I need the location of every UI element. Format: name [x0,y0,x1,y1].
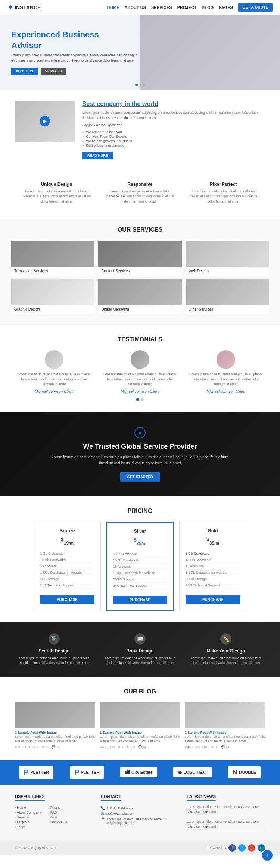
nav-pages[interactable]: PAGES [219,5,233,10]
blog-title: OUR BLOG [15,688,265,695]
point-1: We are here to help you [82,130,265,134]
blog-views-3: 👁 88 [211,745,218,749]
trust-title: We Trusted Global Service Provider [11,443,269,451]
blog-views-1: 👁 23 [41,745,49,749]
silver-features: 1 Gb Diskspace 10 Gb Bandwidth 15 Accoun… [113,551,167,589]
link-blog[interactable]: Blog [49,815,67,819]
about-us-button[interactable]: ABOUT US [11,68,38,75]
phone-icon: 📞 [101,806,105,810]
logo[interactable]: ✦ INSTANCE [7,3,41,12]
copyright: © 2016 All Rights Reserved [15,846,56,850]
blog-tag-1: 1 Sample Post With Image [15,731,95,734]
hero-section: Experienced Business Advisor Lorem ipsum… [0,15,280,90]
link-home[interactable]: Home [15,806,41,809]
footer-contact: CONTACT 📞 (+234) 1234 4567 ✉ info@exampl… [101,794,179,834]
feature-responsive: Responsive Lorem ipsum dolor sit amet el… [98,178,181,208]
feature-unique-design: Unique Design Lorem ipsum dolor sit amet… [15,178,98,208]
blog-date-3: MARCH 23, 2016 [185,745,208,749]
service-img-5 [98,279,181,305]
testimonials-grid: Lorem ipsum dolor sit amet elitum nulla … [15,350,265,394]
features-section: Unique Design Lorem ipsum dolor sit amet… [0,170,280,219]
avatar-2 [131,350,149,369]
news-item-1: Lorem ipsum dolor sit amet elitum nulla … [187,805,265,817]
feature-3-text: Lorem ipsum dolor sit amet elitum nulla … [189,189,258,204]
testimonial-text-3: Lorem ipsum dolor sit amet elitum nulla … [187,372,265,387]
book-design-text: Lorem ipsum dolor sit amet nulla eu plac… [101,656,179,666]
nav-about[interactable]: ABOUT US [125,5,146,10]
client-double: N DOUBLE [228,766,261,778]
service-webdesign: Web Design [186,241,269,275]
design-make: ✏️ Make Your Design Lorem ipsum dolor si… [187,633,265,666]
read-more-button[interactable]: READ MORE [82,152,113,159]
hero-dot-3[interactable] [143,84,145,86]
get-quote-button[interactable]: GET A QUOTE [238,3,273,12]
client-name-5: DOUBLE [239,770,256,774]
link-pricing[interactable]: Pricing [49,806,67,809]
blog-img-1 [15,702,95,728]
bronze-purchase-button[interactable]: PURCHASE [40,595,94,604]
nav-services[interactable]: SERVICES [151,5,172,10]
pletter2-icon: P [74,768,79,777]
design-book: 📖 Book Design Lorem ipsum dolor sit amet… [101,633,179,666]
services-button[interactable]: SERVICES [41,68,66,75]
about-heading: Best company in the world [82,101,265,107]
social-icons: f t g in [228,844,265,852]
about-image: ▶ [15,101,75,142]
about-text: Best company in the world Lorem ipsum do… [82,101,265,159]
hero-dot-2[interactable] [140,84,141,86]
footer-news: LATEST NEWS Lorem ipsum dolor sit amet e… [187,794,265,834]
hero-dots [135,84,145,86]
nav-blog[interactable]: BLOG [202,5,214,10]
pricing-grid: Bronze $19/m 1 Gb Diskspace 10 Gb Bandwi… [15,522,265,611]
pricing-bronze: Bronze $19/m 1 Gb Diskspace 10 Gb Bandwi… [34,522,101,611]
nav-home[interactable]: HOME [107,5,119,10]
link-contact[interactable]: Contact Us [49,820,67,824]
feature-3-title: Pixel Perfect [189,182,258,187]
double-icon: N [233,768,237,776]
service-label-3: Web Design [186,267,269,275]
twitter-icon[interactable]: t [238,844,246,852]
service-img-3 [186,241,269,267]
hero-dot-1[interactable] [135,84,138,86]
testimonial-text-2: Lorem ipsum dolor sit amet elitum nulla … [101,372,179,387]
blog-text-3: Lorem ipsum dolor sit amet elitum nulla … [185,734,265,744]
pletter1-icon: P [24,768,29,777]
hero-subtitle: Lorem ipsum dolor sit amet consectetur a… [11,53,143,63]
make-design-title: Make Your Design [187,648,265,654]
silver-price: $29/m [113,537,167,547]
silver-purchase-button[interactable]: PURCHASE [113,596,167,604]
play-button[interactable]: ▶ [40,116,50,126]
get-started-button[interactable]: GET STARTED [120,472,160,482]
useful-links-list-1: Home About Company Services Projects Tea… [15,805,41,830]
nav-project[interactable]: PROJECT [177,5,196,10]
link-projects[interactable]: Projects [15,820,41,824]
powered-by-text: Powered by [208,846,226,850]
footer-useful-links: USEFUL LINKS Home About Company Services… [15,794,93,834]
link-faq[interactable]: FAQ [49,811,67,814]
useful-links-list-2: Pricing FAQ Blog Contact Us [49,805,67,830]
client-name-3: City Estate [131,770,153,774]
link-team[interactable]: Team [15,825,41,829]
t-dot-2[interactable] [141,398,144,401]
search-design-icon: 🔍 [49,633,60,645]
link-services[interactable]: Services [15,815,41,819]
testimonial-name-1: Michael Johnson Client [15,389,93,394]
service-label-2: Content Services [98,267,181,275]
link-about[interactable]: About Company [15,811,41,814]
pricing-silver: Silver $29/m 1 Gb Diskspace 10 Gb Bandwi… [106,522,174,611]
client-name-4: LOGO TEXT [183,770,207,774]
blog-section: OUR BLOG 1 Sample Post With Image Lorem … [0,677,280,760]
blog-post-1: 1 Sample Post With Image Lorem ipsum dol… [15,702,95,749]
t-dot-1[interactable] [136,398,139,401]
google-plus-icon[interactable]: g [248,844,255,852]
testimonial-text-1: Lorem ipsum dolor sit amet elitum nulla … [15,372,93,387]
feature-2-title: Responsive [106,182,174,187]
silver-name: Silver [113,529,167,534]
linkedin-icon[interactable]: in [258,844,265,852]
gold-purchase-button[interactable]: PURCHASE [186,595,240,604]
make-design-icon: ✏️ [220,633,231,645]
client-logo-text: ◈ LOGO TEXT [173,767,212,777]
blog-tag-3: 1 Sample Post With Image [185,731,265,734]
pricing-gold: Gold $39/m 1 Gb Diskspace 10 Gb Bandwidt… [179,522,246,611]
facebook-icon[interactable]: f [228,844,236,852]
